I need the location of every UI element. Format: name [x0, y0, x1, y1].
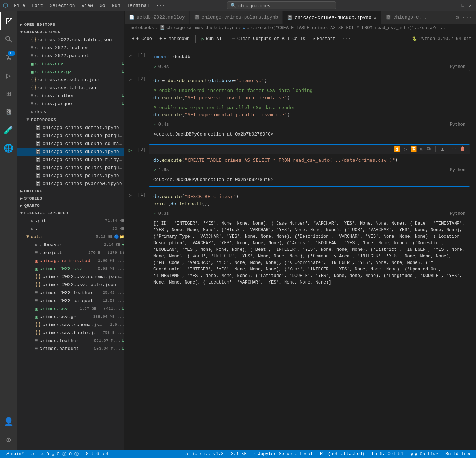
- section-filesize[interactable]: ▼ FILESIZE EXPLORER: [17, 209, 124, 217]
- cell-tb-copy[interactable]: ⧉: [425, 145, 432, 153]
- cell-tb-cursor[interactable]: |: [433, 145, 439, 153]
- more-nb-btn[interactable]: ···: [340, 35, 354, 43]
- fs-crimes-parquet[interactable]: ≡ crimes.parquet - 503.04 M... U: [17, 345, 124, 353]
- fs-crimes-table-json[interactable]: {} crimes.csv.table.json - 758 B ...: [17, 329, 124, 337]
- cell-2-run-indicator[interactable]: ▷: [125, 74, 136, 82]
- fs-dbeaver[interactable]: ▶ .dbeaver - 2.14 KB ●: [17, 241, 124, 249]
- menu-go[interactable]: Go: [97, 2, 108, 9]
- file-dotnet[interactable]: 📓 chicago-crimes-dotnet.ipynb: [17, 124, 124, 132]
- breadcrumb-notebooks[interactable]: notebooks: [130, 25, 154, 31]
- tab-malloy[interactable]: 📄 uckdb-2022.malloy: [125, 11, 190, 24]
- activity-account[interactable]: 👤: [0, 413, 17, 430]
- window-close[interactable]: ✕: [467, 3, 473, 8]
- fs-project[interactable]: ≡ .project - 270 B · (179 B): [17, 249, 124, 257]
- file-duckdb-r[interactable]: 📓 chicago-crimes-duckdb-r.ipynb: [17, 156, 124, 164]
- menu-file[interactable]: File: [11, 2, 28, 9]
- menu-selection[interactable]: Selection: [47, 2, 78, 9]
- more-tabs-btn[interactable]: ···: [461, 13, 473, 21]
- cell-tb-delete[interactable]: 🗑: [459, 145, 467, 153]
- activity-extra2[interactable]: 🌐: [0, 140, 17, 157]
- file-crimes-csv-schema-json[interactable]: {} crimes.csv.schema.json: [17, 76, 124, 84]
- fs-crimes-schema[interactable]: {} crimes.csv.schema.json - 1.9...: [17, 321, 124, 329]
- folder-notebooks[interactable]: ▼ notebooks: [17, 116, 124, 124]
- cell-3-input[interactable]: db.execute("CREATE TABLE crimes AS SELEC…: [149, 154, 470, 167]
- file-crimes-csv-gz[interactable]: ▣ crimes.csv.gz U: [17, 68, 124, 76]
- section-open-editors[interactable]: ▶ OPEN EDITORS: [17, 21, 124, 28]
- cell-tb-run-btn[interactable]: ▷: [402, 145, 408, 153]
- fs-git[interactable]: ▶ .git - 71.34 MB: [17, 217, 124, 225]
- window-maximize[interactable]: □: [460, 3, 466, 8]
- activity-search[interactable]: [0, 31, 17, 48]
- file-duckdb-parque[interactable]: 📓 chicago-crimes-duckdb-parque...: [17, 132, 124, 140]
- status-go-live[interactable]: ◉ ◉ Go Live: [409, 451, 440, 457]
- menu-edit[interactable]: Edit: [29, 2, 46, 9]
- notebook-content[interactable]: ▷ [1] import duckdb ✓ 0.4s Python ▷ [2]: [125, 45, 476, 450]
- status-jupyter[interactable]: ⚡ Jupyter Server: Local: [253, 451, 314, 457]
- tab-close-btn[interactable]: ✕: [374, 15, 376, 21]
- breadcrumb-file[interactable]: chicago-crimes-duckdb.ipynb: [166, 25, 237, 31]
- activity-extra1[interactable]: 🧪: [0, 121, 17, 139]
- fs-crimes-csv[interactable]: ▣ crimes.csv - 1.67 GB · (411... U: [17, 305, 124, 313]
- window-minimize[interactable]: ─: [453, 3, 459, 8]
- tab-chicago-c[interactable]: 📓 chicago-c...: [381, 11, 432, 24]
- file-crimes-2022-csv-table-json[interactable]: {} crimes-2022.csv.table.json: [17, 36, 124, 44]
- cell-1-input[interactable]: import duckdb: [149, 50, 470, 63]
- section-stories[interactable]: ▶ STORIES: [17, 195, 124, 202]
- restart-btn[interactable]: ↺ Restart: [310, 35, 338, 43]
- file-pyarrow[interactable]: 📓 chicago-crimes-pyarrow.ipynb: [17, 180, 124, 188]
- activity-run[interactable]: ▷: [0, 67, 17, 84]
- status-errors[interactable]: ⚠ 0 △ 0 ⓘ 0 ①: [40, 451, 80, 457]
- status-filesize[interactable]: 3.1 KB: [229, 451, 248, 457]
- menu-more[interactable]: ···: [153, 2, 167, 9]
- status-branch[interactable]: ⎇ main*: [3, 451, 25, 457]
- status-build-tree[interactable]: Build Tree: [444, 451, 473, 457]
- fs-crimes-csv-gz[interactable]: ▣ crimes.csv.gz - 388.94 MB ...: [17, 313, 124, 321]
- cell-4-input[interactable]: db.execute("DESCRIBE crimes;") print(db.…: [149, 190, 470, 210]
- fs-crimes-2022-feather[interactable]: ≡ crimes-2022.feather - 25.42 ...: [17, 289, 124, 297]
- cell-3-run-btn[interactable]: ▷: [125, 144, 136, 153]
- cell-tb-split[interactable]: ⊞: [419, 145, 425, 153]
- fs-crimes-feather[interactable]: ≡ crimes.feather - 951.07 M... U: [17, 337, 124, 345]
- add-code-btn[interactable]: + + Code: [129, 35, 155, 43]
- fs-r[interactable]: ▶ .r - 23 MB: [17, 225, 124, 233]
- activity-extensions[interactable]: ⊞: [0, 85, 17, 103]
- activity-explorer[interactable]: [0, 12, 17, 30]
- menu-terminal[interactable]: Terminal: [124, 2, 152, 9]
- folder-docs[interactable]: ▶ docs: [17, 108, 124, 116]
- file-duckdb-sqlma[interactable]: 📓 chicago-crimes-duckdb-sqlma...: [17, 140, 124, 148]
- fs-crimes-2022-table-json[interactable]: {} crimes-2022.csv.table.json: [17, 281, 124, 289]
- sidebar-menu-btn[interactable]: ···: [112, 14, 120, 18]
- activity-source-control[interactable]: 13: [0, 49, 17, 66]
- file-crimes-2022-parquet[interactable]: ≡ crimes-2022.parquet: [17, 52, 124, 60]
- section-quarto[interactable]: ▶ QUARTO: [17, 202, 124, 209]
- status-sync[interactable]: ↺: [30, 451, 35, 457]
- breadcrumb-func[interactable]: db.execute("CREATE TABLE crimes AS SELEC…: [247, 25, 445, 31]
- status-r[interactable]: R: (not attached): [319, 451, 366, 457]
- fs-crimes-2022-schema[interactable]: {} crimes-2022.csv.schema.json...: [17, 273, 124, 281]
- activity-jupyter[interactable]: 📓: [0, 103, 17, 121]
- file-polars[interactable]: 📓 chicago-crimes-polars.ipynb: [17, 172, 124, 180]
- settings-tab-btn[interactable]: ⚙: [455, 13, 460, 22]
- file-polars-parquet[interactable]: 📓 chicago-crimes-polars-parquet...: [17, 164, 124, 172]
- fs-crimes-2022-parquet[interactable]: ≡ crimes-2022.parquet - 12.58 ...: [17, 297, 124, 305]
- file-crimes-2022-feather[interactable]: ≡ crimes-2022.feather: [17, 44, 124, 52]
- section-chicago-crimes[interactable]: ▼ CHICAGO-CRIMES: [17, 28, 124, 36]
- search-bar[interactable]: 🔍: [227, 1, 336, 9]
- fs-data[interactable]: ▼ data - 5.22 GB 🔵📁: [17, 233, 124, 241]
- run-all-btn[interactable]: ▷ Run All: [199, 35, 227, 43]
- fs-crimes-2022-csv[interactable]: ▣ crimes-2022.csv - 45.98 MB ...: [17, 265, 124, 273]
- section-outline[interactable]: ▶ OUTLINE: [17, 188, 124, 195]
- cell-tb-more2[interactable]: ···: [446, 145, 458, 153]
- tab-polars[interactable]: 📓 chicago-crimes-polars.ipynb: [190, 11, 283, 24]
- activity-settings[interactable]: ⚙: [0, 431, 17, 449]
- file-crimes-feather[interactable]: ≡ crimes.feather U: [17, 92, 124, 100]
- cell-tb-run-above[interactable]: ⏫: [392, 145, 402, 153]
- add-markdown-btn[interactable]: + + Markdown: [156, 35, 193, 43]
- clear-outputs-btn[interactable]: ☰ Clear Outputs of All Cells: [229, 35, 308, 43]
- file-duckdb-ipynb[interactable]: 📓 chicago-crimes-duckdb.ipynb: [17, 148, 124, 156]
- search-input[interactable]: [238, 3, 333, 8]
- file-crimes-parquet[interactable]: ≡ crimes.parquet U: [17, 100, 124, 108]
- file-crimes-csv[interactable]: ▣ crimes.csv U: [17, 60, 124, 68]
- file-crimes-csv-table-json[interactable]: {} crimes.csv.table.json: [17, 84, 124, 92]
- tab-duckdb[interactable]: 📓 chicago-crimes-duckdb.ipynb ✕: [283, 11, 381, 24]
